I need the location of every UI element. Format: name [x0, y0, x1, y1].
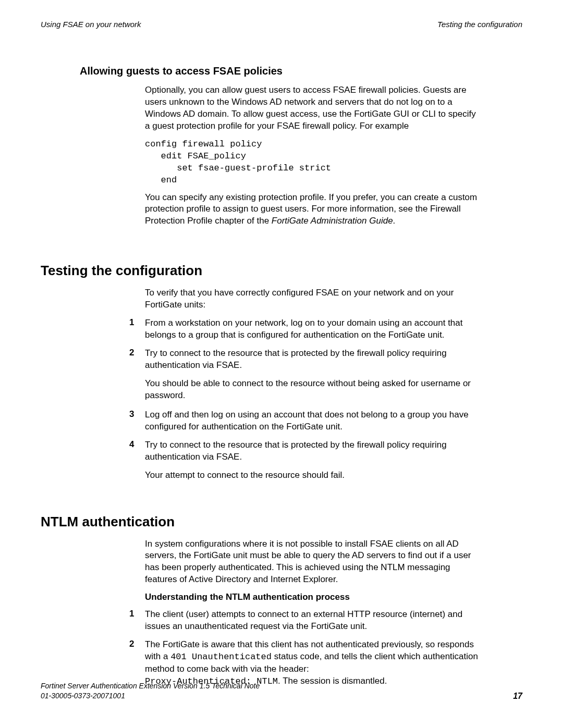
list-item: 1 From a workstation on your network, lo…	[129, 317, 479, 341]
text-fragment: .	[393, 216, 396, 226]
step-number: 2	[129, 639, 145, 688]
step-number: 3	[129, 409, 145, 433]
main-content: Allowing guests to access FSAE policies …	[41, 29, 522, 688]
heading-testing-config: Testing the configuration	[41, 263, 522, 279]
header-right: Testing the configuration	[437, 20, 522, 29]
para-guests-profile: You can specify any existing protection …	[145, 192, 479, 228]
list-item: 4 Try to connect to the resource that is…	[129, 439, 479, 463]
testing-steps-list-cont: 3 Log off and then log on using an accou…	[129, 409, 479, 463]
step-text: The client (user) attempts to connect to…	[145, 609, 479, 633]
heading-allowing-guests: Allowing guests to access FSAE policies	[80, 65, 522, 77]
step-number: 4	[129, 439, 145, 463]
step-text: From a workstation on your network, log …	[145, 317, 479, 341]
note-after-step4: Your attempt to connect to the resource …	[145, 470, 479, 482]
page-number: 17	[513, 692, 522, 701]
header-left: Using FSAE on your network	[41, 20, 141, 29]
page: Using FSAE on your network Testing the c…	[0, 0, 563, 728]
list-item: 3 Log off and then log on using an accou…	[129, 409, 479, 433]
ntlm-steps-list: 1 The client (user) attempts to connect …	[129, 609, 479, 688]
step-text: The FortiGate is aware that this client …	[145, 639, 479, 688]
page-footer: Fortinet Server Authentication Extension…	[41, 681, 522, 701]
step-text: Try to connect to the resource that is p…	[145, 439, 479, 463]
para-ntlm-intro: In system configurations where it is not…	[145, 538, 479, 586]
code-config-firewall: config firewall policy edit FSAE_policy …	[145, 139, 522, 187]
list-item: 2 Try to connect to the resource that is…	[129, 348, 479, 372]
running-header: Using FSAE on your network Testing the c…	[41, 20, 522, 29]
list-item: 1 The client (user) attempts to connect …	[129, 609, 479, 633]
code-inline-401: 401 Unauthenticated	[170, 652, 272, 662]
footer-docid: 01-30005-0373-20071001	[41, 692, 125, 700]
footer-title: Fortinet Server Authentication Extension…	[41, 682, 260, 690]
heading-ntlm-auth: NTLM authentication	[41, 514, 522, 530]
testing-steps-list: 1 From a workstation on your network, lo…	[129, 317, 479, 372]
subheading-ntlm-process: Understanding the NTLM authentication pr…	[145, 592, 522, 602]
list-item: 2 The FortiGate is aware that this clien…	[129, 639, 479, 688]
step-text: Try to connect to the resource that is p…	[145, 348, 479, 372]
para-testing-intro: To verify that you have correctly config…	[145, 287, 479, 311]
note-after-step2: You should be able to connect to the res…	[145, 378, 479, 402]
ref-admin-guide: FortiGate Administration Guide	[272, 216, 393, 226]
footer-doc-info: Fortinet Server Authentication Extension…	[41, 681, 260, 701]
step-number: 1	[129, 317, 145, 341]
step-number: 1	[129, 609, 145, 633]
step-number: 2	[129, 348, 145, 372]
para-guests-intro: Optionally, you can allow guest users to…	[145, 84, 479, 132]
step-text: Log off and then log on using an account…	[145, 409, 479, 433]
